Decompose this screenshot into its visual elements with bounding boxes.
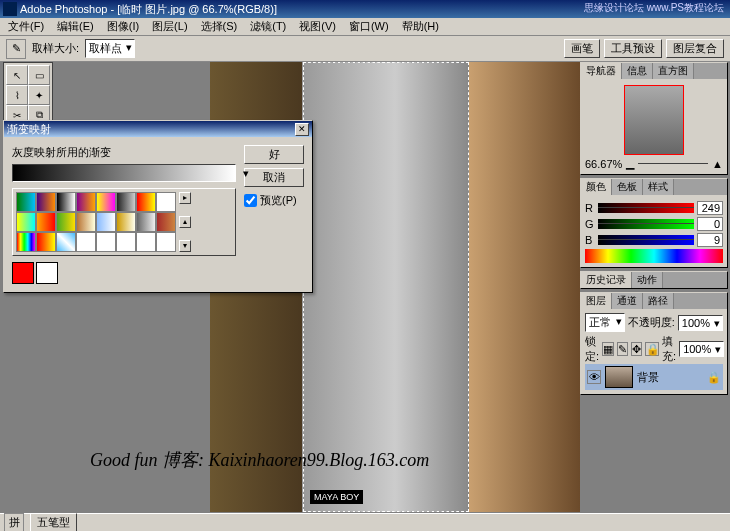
menu-select[interactable]: 选择(S)	[196, 18, 243, 35]
gradient-swatch[interactable]	[96, 212, 116, 232]
palette-well-brushes[interactable]: 画笔	[564, 39, 600, 58]
lock-all-icon[interactable]: 🔒	[645, 342, 659, 356]
gradient-swatch[interactable]	[36, 192, 56, 212]
gradient-swatch[interactable]	[16, 212, 36, 232]
dialog-titlebar[interactable]: 渐变映射 ✕	[4, 121, 312, 137]
r-slider[interactable]	[598, 203, 694, 213]
lock-paint-icon[interactable]: ✎	[617, 342, 628, 356]
gradient-swatch[interactable]	[16, 232, 36, 252]
picker-bg-swatch[interactable]	[36, 262, 58, 284]
sample-size-dropdown[interactable]: 取样点	[85, 39, 135, 58]
tool-marquee[interactable]: ▭	[28, 65, 50, 85]
g-slider[interactable]	[598, 219, 694, 229]
palette-well-layercomps[interactable]: 图层复合	[666, 39, 724, 58]
picker-scroll-down[interactable]: ▾	[179, 240, 191, 252]
layer-thumbnail[interactable]	[605, 366, 633, 388]
gradient-swatch[interactable]	[76, 192, 96, 212]
tool-eyedropper-icon[interactable]: ✎	[6, 39, 26, 59]
app-titlebar: Adobe Photoshop - [临时 图片.jpg @ 66.7%(RGB…	[0, 0, 730, 18]
b-label: B	[585, 234, 595, 246]
close-icon[interactable]: ✕	[295, 123, 309, 136]
preview-check-input[interactable]	[244, 194, 257, 207]
palette-well-toolpresets[interactable]: 工具预设	[604, 39, 662, 58]
gradient-swatch[interactable]	[156, 192, 176, 212]
b-slider[interactable]	[598, 235, 694, 245]
picker-menu-icon[interactable]: ▸	[179, 192, 191, 204]
sample-size-label: 取样大小:	[32, 41, 79, 56]
r-value[interactable]: 249	[697, 201, 723, 215]
gradient-swatch[interactable]	[56, 212, 76, 232]
gradient-swatch[interactable]	[156, 212, 176, 232]
tab-actions[interactable]: 动作	[632, 272, 663, 288]
tool-lasso[interactable]: ⌇	[6, 85, 28, 105]
zoom-in-icon[interactable]: ▲	[712, 158, 723, 170]
gradient-swatch[interactable]	[56, 232, 76, 252]
menu-layer[interactable]: 图层(L)	[147, 18, 192, 35]
tab-swatches[interactable]: 色板	[612, 179, 643, 195]
tab-layers[interactable]: 图层	[581, 293, 612, 309]
menu-help[interactable]: 帮助(H)	[397, 18, 444, 35]
tab-channels[interactable]: 通道	[612, 293, 643, 309]
b-value[interactable]: 9	[697, 233, 723, 247]
tab-navigator[interactable]: 导航器	[581, 63, 622, 79]
menu-filter[interactable]: 滤镜(T)	[245, 18, 291, 35]
gradient-swatch[interactable]	[76, 212, 96, 232]
tab-styles[interactable]: 样式	[643, 179, 674, 195]
lock-trans-icon[interactable]: ▦	[602, 342, 614, 356]
zoom-value[interactable]: 66.67%	[585, 158, 622, 170]
tab-history[interactable]: 历史记录	[581, 272, 632, 288]
gradient-swatch[interactable]	[16, 192, 36, 212]
gradient-swatch[interactable]	[136, 212, 156, 232]
ime-name[interactable]: 五笔型	[30, 513, 77, 531]
color-spectrum[interactable]	[585, 249, 723, 263]
ime-icon[interactable]: 拼	[4, 513, 24, 532]
r-label: R	[585, 202, 595, 214]
gradient-swatch[interactable]	[36, 212, 56, 232]
blend-mode-dropdown[interactable]: 正常	[585, 313, 625, 332]
picker-scroll-up[interactable]: ▴	[179, 216, 191, 228]
gradient-preview-bar[interactable]	[12, 164, 236, 182]
tab-color[interactable]: 颜色	[581, 179, 612, 195]
tab-histogram[interactable]: 直方图	[653, 63, 694, 79]
g-value[interactable]: 0	[697, 217, 723, 231]
gradient-swatch[interactable]	[56, 192, 76, 212]
menu-image[interactable]: 图像(I)	[102, 18, 144, 35]
layer-name[interactable]: 背景	[637, 370, 659, 385]
workspace: ↖▭ ⌇✦ ✂⧉ ✚🖌 ▣↺ Good fun 博客: Kaixinhaoren…	[0, 62, 730, 513]
tab-paths[interactable]: 路径	[643, 293, 674, 309]
app-icon	[3, 2, 17, 16]
menu-file[interactable]: 文件(F)	[3, 18, 49, 35]
gradient-swatch[interactable]	[136, 192, 156, 212]
opacity-value[interactable]: 100%	[678, 315, 723, 331]
tab-info[interactable]: 信息	[622, 63, 653, 79]
gradient-swatch[interactable]	[36, 232, 56, 252]
gradient-swatch[interactable]	[136, 232, 156, 252]
lock-move-icon[interactable]: ✥	[631, 342, 642, 356]
gradient-swatch[interactable]	[116, 232, 136, 252]
navigator-thumbnail[interactable]	[624, 85, 684, 155]
zoom-out-icon[interactable]: ▁	[626, 157, 634, 170]
menu-view[interactable]: 视图(V)	[294, 18, 341, 35]
tool-move[interactable]: ↖	[6, 65, 28, 85]
fill-value[interactable]: 100%	[679, 341, 724, 357]
cancel-button[interactable]: 取消	[244, 168, 304, 187]
menu-edit[interactable]: 编辑(E)	[52, 18, 99, 35]
color-panel: 颜色 色板 样式 R249 G0 B9	[580, 178, 728, 268]
gradient-swatch[interactable]	[116, 192, 136, 212]
gradient-swatch[interactable]	[156, 232, 176, 252]
zoom-slider[interactable]	[638, 163, 708, 164]
ok-button[interactable]: 好	[244, 145, 304, 164]
right-panels: 导航器 信息 直方图 66.67% ▁ ▲ 颜色 色板 样式	[580, 62, 728, 395]
gradient-swatch[interactable]	[116, 212, 136, 232]
visibility-icon[interactable]: 👁	[587, 370, 601, 384]
gradient-swatch[interactable]	[96, 192, 116, 212]
layer-row[interactable]: 👁 背景 🔒	[585, 364, 723, 390]
tool-wand[interactable]: ✦	[28, 85, 50, 105]
menu-window[interactable]: 窗口(W)	[344, 18, 394, 35]
gradient-swatch[interactable]	[96, 232, 116, 252]
gradient-swatch[interactable]	[76, 232, 96, 252]
dialog-title: 渐变映射	[7, 122, 51, 137]
options-bar: ✎ 取样大小: 取样点 画笔 工具预设 图层复合	[0, 36, 730, 62]
picker-fg-swatch[interactable]	[12, 262, 34, 284]
preview-checkbox[interactable]: 预览(P)	[244, 193, 304, 208]
